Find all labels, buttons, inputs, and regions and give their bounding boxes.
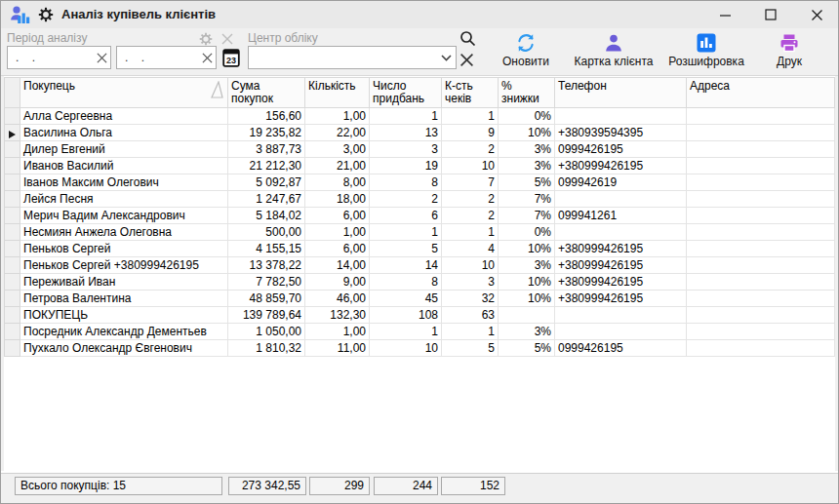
period-settings-gear-icon[interactable] <box>199 32 213 46</box>
cell-qty[interactable]: 1,00 <box>305 224 370 241</box>
cell-buyer[interactable]: Лейся Песня <box>20 191 228 208</box>
table-row[interactable]: Переживай Иван7 782,509,008310%+38099942… <box>5 274 835 291</box>
cell-buyer[interactable]: Пухкало Олександр Євгенович <box>20 340 228 357</box>
table-row[interactable]: Пеньков Сергей4 155,156,005410%+38099942… <box>5 241 835 257</box>
cell-phone[interactable]: 0999426195 <box>555 340 687 357</box>
date-to-clear-icon[interactable] <box>198 53 216 63</box>
period-clear-icon[interactable] <box>221 33 233 45</box>
cell-sum[interactable]: 13 378,22 <box>228 257 305 274</box>
chevron-down-icon[interactable] <box>436 55 456 61</box>
table-row[interactable]: Алла Сергеевна156,601,00110% <box>5 108 835 125</box>
cell-discount[interactable]: 3% <box>499 141 555 158</box>
table-row[interactable]: Несмиян Анжела Олеговна500,001,00110% <box>5 224 835 241</box>
cell-discount[interactable]: 5% <box>499 340 555 357</box>
cell-buyer[interactable]: Пеньков Сергей +380999426195 <box>20 257 228 274</box>
cell-sum[interactable]: 48 859,70 <box>228 291 305 307</box>
cell-qty[interactable]: 18,00 <box>305 191 370 208</box>
table-row[interactable]: Петрова Валентина48 859,7046,00453210%+3… <box>5 291 835 307</box>
cell-address[interactable] <box>687 191 835 208</box>
cell-purchases[interactable]: 14 <box>370 257 442 274</box>
table-row[interactable]: Іванов Максим Олегович5 092,878,00875%09… <box>5 174 835 191</box>
cell-address[interactable] <box>687 307 835 324</box>
cell-purchases[interactable]: 1 <box>370 324 442 340</box>
cell-qty[interactable]: 132,30 <box>305 307 370 324</box>
cell-qty[interactable]: 6,00 <box>305 241 370 257</box>
cell-phone[interactable]: +380939594395 <box>555 125 687 141</box>
cell-purchases[interactable]: 8 <box>370 174 442 191</box>
table-row[interactable]: Василина Ольга19 235,8222,0013910%+38093… <box>5 125 835 141</box>
cell-qty[interactable]: 1,00 <box>305 108 370 125</box>
date-from-input[interactable]: . . <box>7 46 111 69</box>
cell-address[interactable] <box>687 257 835 274</box>
cell-buyer[interactable]: Иванов Василий <box>20 158 228 174</box>
column-header-phone[interactable]: Телефон <box>555 78 687 108</box>
date-to-input[interactable]: . . <box>116 46 217 69</box>
cell-sum[interactable]: 500,00 <box>228 224 305 241</box>
cell-discount[interactable]: 10% <box>499 125 555 141</box>
cell-sum[interactable]: 21 212,30 <box>228 158 305 174</box>
table-row[interactable]: Мерич Вадим Александрович5 184,026,00627… <box>5 208 835 224</box>
cell-address[interactable] <box>687 224 835 241</box>
cell-checks[interactable]: 2 <box>442 141 499 158</box>
cell-discount[interactable]: 3% <box>499 324 555 340</box>
cell-checks[interactable]: 1 <box>442 224 499 241</box>
cell-purchases[interactable]: 6 <box>370 208 442 224</box>
cell-qty[interactable]: 3,00 <box>305 141 370 158</box>
center-combobox[interactable] <box>248 46 457 69</box>
cell-sum[interactable]: 1 247,67 <box>228 191 305 208</box>
cell-checks[interactable]: 3 <box>442 274 499 291</box>
close-button[interactable] <box>800 4 833 25</box>
cell-sum[interactable]: 1 810,32 <box>228 340 305 357</box>
column-header-sum[interactable]: Сума покупок <box>228 78 305 108</box>
cell-checks[interactable]: 9 <box>442 125 499 141</box>
cell-address[interactable] <box>687 274 835 291</box>
cell-phone[interactable] <box>555 108 687 125</box>
table-row[interactable]: Пухкало Олександр Євгенович1 810,3211,00… <box>5 340 835 357</box>
cell-address[interactable] <box>687 324 835 340</box>
cell-discount[interactable] <box>499 307 555 324</box>
cell-discount[interactable]: 7% <box>499 208 555 224</box>
cell-checks[interactable]: 1 <box>442 108 499 125</box>
cell-checks[interactable]: 10 <box>442 257 499 274</box>
column-header-discount[interactable]: % знижки <box>499 78 555 108</box>
cell-phone[interactable]: +380999426195 <box>555 274 687 291</box>
column-header-purchases[interactable]: Число придбань <box>370 78 442 108</box>
cell-checks[interactable]: 1 <box>442 324 499 340</box>
cell-sum[interactable]: 5 184,02 <box>228 208 305 224</box>
cell-discount[interactable]: 0% <box>499 108 555 125</box>
cell-discount[interactable]: 10% <box>499 241 555 257</box>
cell-qty[interactable]: 46,00 <box>305 291 370 307</box>
cell-checks[interactable]: 4 <box>442 241 499 257</box>
cell-address[interactable] <box>687 241 835 257</box>
cell-buyer[interactable]: Іванов Максим Олегович <box>20 174 228 191</box>
cell-qty[interactable]: 9,00 <box>305 274 370 291</box>
cell-sum[interactable]: 1 050,00 <box>228 324 305 340</box>
cell-discount[interactable]: 10% <box>499 291 555 307</box>
cell-address[interactable] <box>687 208 835 224</box>
cell-buyer[interactable]: Василина Ольга <box>20 125 228 141</box>
cell-phone[interactable]: 0999426195 <box>555 141 687 158</box>
cell-purchases[interactable]: 8 <box>370 274 442 291</box>
cell-purchases[interactable]: 19 <box>370 158 442 174</box>
cell-purchases[interactable]: 3 <box>370 141 442 158</box>
cell-purchases[interactable]: 13 <box>370 125 442 141</box>
cell-purchases[interactable]: 2 <box>370 191 442 208</box>
cell-phone[interactable] <box>555 324 687 340</box>
client-card-button[interactable]: Картка клієнта <box>565 32 662 68</box>
cell-checks[interactable]: 63 <box>442 307 499 324</box>
cell-qty[interactable]: 21,00 <box>305 158 370 174</box>
column-header-buyer[interactable]: Покупець <box>20 78 228 108</box>
cell-purchases[interactable]: 45 <box>370 291 442 307</box>
cell-buyer[interactable]: ПОКУПЕЦЬ <box>20 307 228 324</box>
cell-address[interactable] <box>687 141 835 158</box>
minimize-button[interactable] <box>708 4 741 25</box>
column-header-qty[interactable]: Кількість <box>305 78 370 108</box>
cell-checks[interactable]: 2 <box>442 191 499 208</box>
cell-phone[interactable]: +380999426195 <box>555 241 687 257</box>
cell-discount[interactable]: 10% <box>499 274 555 291</box>
cell-address[interactable] <box>687 108 835 125</box>
refresh-button[interactable]: Оновити <box>489 32 563 68</box>
cell-buyer[interactable]: Мерич Вадим Александрович <box>20 208 228 224</box>
cell-discount[interactable]: 0% <box>499 224 555 241</box>
cell-checks[interactable]: 10 <box>442 158 499 174</box>
